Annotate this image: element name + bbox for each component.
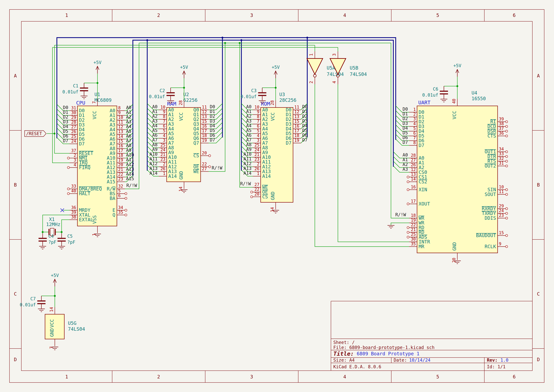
inverter-value[interactable]: 74LS04 (350, 71, 367, 77)
net-label[interactable]: A1 (126, 110, 132, 115)
ic-box-u5g[interactable] (45, 314, 64, 339)
net-label[interactable]: A0 (402, 152, 408, 158)
titleblock-rev-value[interactable]: 1.0 (500, 357, 508, 363)
net-label[interactable]: A9 (246, 147, 251, 152)
net-label[interactable]: D1 (402, 111, 408, 117)
net-label[interactable]: A0 (246, 104, 251, 109)
ic-box-uart[interactable] (417, 106, 498, 253)
net-label[interactable]: A6 (246, 133, 251, 138)
net-label[interactable]: A1 (246, 109, 251, 114)
net-label[interactable]: D3 (63, 119, 68, 124)
net-label[interactable]: A7 (246, 137, 251, 143)
net-label[interactable]: A1 (152, 109, 158, 114)
schematic-canvas[interactable]: 112233445566AABBCCDDSheet: /File: 6809-b… (0, 0, 554, 392)
net-label[interactable]: A4 (126, 124, 132, 129)
net-label[interactable]: D4 (63, 124, 68, 129)
net-label-rw[interactable]: R/!W (240, 181, 251, 186)
net-label[interactable]: A8 (126, 143, 132, 148)
net-label[interactable]: A12 (149, 161, 158, 166)
net-label[interactable]: A10 (126, 152, 134, 158)
net-label[interactable]: D6 (402, 135, 408, 140)
net-label-rw[interactable]: R/!W (126, 183, 137, 188)
net-label[interactable]: A10 (149, 152, 158, 157)
net-label[interactable]: A4 (152, 123, 158, 128)
net-label[interactable]: A14 (149, 171, 158, 176)
net-label[interactable]: D4 (210, 123, 215, 128)
titleblock-date-value[interactable]: 10/14/24 (409, 357, 430, 363)
net-label[interactable]: A13 (243, 166, 251, 171)
net-label[interactable]: D6 (63, 133, 68, 139)
crystal-value[interactable]: 12MHz (46, 222, 60, 227)
net-label[interactable]: A9 (152, 147, 158, 152)
titleblock-title-value[interactable]: 6809 Board Prototype 1 (357, 351, 419, 357)
net-label[interactable]: A0 (126, 105, 132, 110)
net-label[interactable]: D4 (402, 126, 408, 131)
global-label-text[interactable]: /RESET (26, 131, 42, 136)
net-label-rw[interactable]: R/!W (395, 212, 406, 217)
net-label[interactable]: A12 (243, 161, 251, 166)
net-label[interactable]: A13 (126, 167, 134, 172)
net-label[interactable]: D2 (402, 116, 408, 121)
net-label[interactable]: A6 (152, 133, 158, 138)
ic-value[interactable]: 28C256 (279, 97, 296, 103)
net-label[interactable]: D1 (63, 110, 68, 115)
net-label[interactable]: A3 (402, 167, 408, 172)
ic-function-label[interactable]: CPU (76, 100, 85, 106)
net-label[interactable]: D3 (402, 121, 408, 126)
wire-u5a-out-to-mr[interactable] (315, 84, 409, 247)
net-label[interactable]: D7 (210, 137, 215, 143)
net-label[interactable]: A11 (243, 156, 251, 161)
net-label[interactable]: A5 (126, 129, 132, 134)
net-label[interactable]: A0 (152, 104, 158, 109)
net-label[interactable]: A3 (126, 119, 132, 124)
net-label[interactable]: A5 (152, 128, 158, 133)
net-label[interactable]: D0 (402, 106, 408, 112)
net-label[interactable]: A15 (126, 176, 134, 181)
net-label[interactable]: A10 (243, 152, 251, 157)
net-label[interactable]: A14 (243, 171, 251, 176)
ic-reference[interactable]: U3 (279, 92, 285, 97)
inverter-ref[interactable]: U5B (350, 65, 358, 71)
net-label[interactable]: A3 (246, 118, 251, 124)
net-label[interactable]: A2 (246, 114, 251, 119)
net-label[interactable]: A1 (402, 157, 408, 162)
net-label[interactable]: A14 (126, 171, 134, 176)
net-label[interactable]: A5 (246, 128, 251, 133)
net-label[interactable]: D2 (63, 114, 68, 120)
net-label[interactable]: A3 (152, 118, 158, 124)
net-label[interactable]: D5 (210, 128, 215, 133)
ic-value[interactable]: 16550 (471, 96, 486, 101)
ic-value[interactable]: 74LS04 (68, 326, 85, 332)
wire-extal-wire[interactable] (62, 220, 69, 232)
net-label[interactable]: D7 (402, 140, 408, 145)
net-label[interactable]: A8 (246, 142, 251, 147)
net-label[interactable]: D0 (63, 105, 68, 110)
net-label[interactable]: D7 (302, 137, 308, 143)
ic-function-label[interactable]: ROM (261, 101, 270, 107)
net-label[interactable]: D7 (63, 138, 68, 143)
net-label[interactable]: D2 (210, 114, 215, 119)
net-label[interactable]: D0 (210, 104, 215, 109)
inverter-symbol-U5A[interactable] (307, 58, 323, 74)
wire-uart-wr19-gnd[interactable] (391, 223, 409, 225)
net-label[interactable]: A12 (126, 162, 134, 167)
ic-reference[interactable]: U4 (471, 90, 477, 96)
net-label[interactable]: A9 (126, 148, 132, 153)
net-label[interactable]: A2 (126, 114, 132, 120)
net-label[interactable]: A8 (152, 142, 158, 147)
inverter-value[interactable]: 74LS04 (327, 71, 344, 77)
net-label[interactable]: D5 (63, 129, 68, 134)
ic-value[interactable]: MC6809 (95, 97, 111, 103)
ic-function-label[interactable]: RAM (167, 101, 176, 107)
ic-reference[interactable]: U5G (68, 320, 76, 326)
net-label-rw[interactable]: R/!W (212, 165, 222, 171)
net-label[interactable]: A4 (246, 123, 251, 128)
net-label[interactable]: D3 (210, 118, 215, 124)
net-label[interactable]: D5 (402, 130, 408, 135)
ic-function-label[interactable]: UART (418, 100, 430, 105)
net-label[interactable]: A7 (126, 138, 132, 143)
net-label[interactable]: A6 (126, 133, 132, 139)
net-label[interactable]: A11 (126, 157, 134, 162)
net-label[interactable]: A13 (149, 166, 158, 171)
net-label[interactable]: D1 (210, 109, 215, 114)
